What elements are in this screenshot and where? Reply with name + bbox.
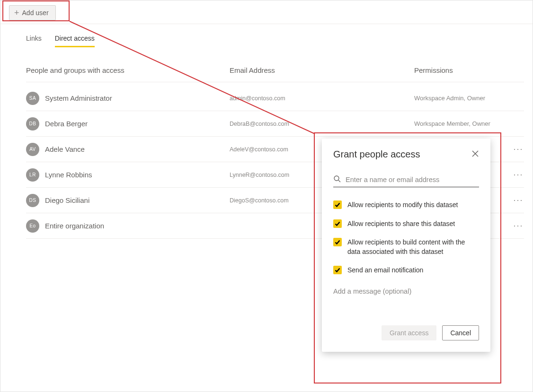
checkbox-checked-icon	[333, 200, 342, 209]
checkbox-label: Allow recipients to share this dataset	[347, 219, 455, 229]
tab-links[interactable]: Links	[26, 35, 42, 47]
recipient-search-field[interactable]	[333, 173, 479, 187]
permission-options: Allow recipients to modify this dataset …	[333, 200, 479, 275]
column-headers: People and groups with access Email Addr…	[26, 66, 524, 82]
avatar: DS	[26, 194, 39, 207]
col-email: Email Address	[230, 66, 414, 74]
col-people: People and groups with access	[26, 66, 230, 74]
message-input[interactable]	[333, 287, 479, 295]
search-icon	[333, 175, 341, 184]
add-user-button[interactable]: + Add user	[9, 5, 56, 20]
avatar: DB	[26, 117, 39, 131]
permission-checkbox-row[interactable]: Allow recipients to share this dataset	[333, 219, 479, 229]
more-actions-icon[interactable]: ···	[513, 170, 524, 180]
email-cell: DebraB@contoso.com	[230, 121, 414, 127]
svg-point-3	[334, 176, 339, 181]
avatar: SA	[26, 92, 39, 105]
table-row: SA System Administrator admin@contoso.co…	[26, 86, 524, 111]
checkbox-checked-icon	[333, 266, 342, 274]
name-cell: Eo Entire organization	[26, 219, 230, 233]
cancel-label: Cancel	[450, 329, 471, 337]
table-row: DB Debra Berger DebraB@contoso.com Works…	[26, 111, 524, 137]
permission-checkbox-row[interactable]: Allow recipients to modify this dataset	[333, 200, 479, 210]
cancel-button[interactable]: Cancel	[442, 325, 479, 340]
display-name: Debra Berger	[45, 120, 88, 128]
checkbox-label: Allow recipients to modify this dataset	[347, 200, 458, 210]
display-name: Diego Siciliani	[45, 196, 89, 204]
more-actions-icon[interactable]: ···	[513, 144, 524, 154]
checkbox-label: Send an email notification	[347, 266, 423, 275]
email-cell: admin@contoso.com	[230, 95, 414, 102]
name-cell: AV Adele Vance	[26, 143, 230, 156]
more-actions-icon[interactable]: ···	[513, 221, 524, 231]
name-cell: DS Diego Siciliani	[26, 194, 230, 207]
checkbox-checked-icon	[333, 238, 342, 246]
popover-title: Grant people access	[333, 149, 420, 160]
name-cell: SA System Administrator	[26, 92, 230, 105]
col-permissions: Permissions	[414, 66, 524, 74]
avatar: LR	[26, 168, 39, 182]
avatar: Eo	[26, 219, 39, 233]
checkbox-label: Allow recipients to build content with t…	[347, 238, 479, 256]
permission-cell: Workspace Admin, Owner	[414, 95, 513, 102]
more-actions-icon[interactable]: ···	[513, 195, 524, 205]
grant-access-button[interactable]: Grant access	[382, 325, 436, 340]
tab-links-label: Links	[26, 35, 42, 42]
name-cell: DB Debra Berger	[26, 117, 230, 131]
recipient-search-input[interactable]	[346, 176, 479, 183]
header-divider	[0, 24, 533, 24]
display-name: Adele Vance	[45, 145, 85, 153]
close-icon[interactable]	[471, 150, 479, 159]
svg-line-4	[338, 180, 340, 182]
grant-access-label: Grant access	[390, 329, 428, 337]
display-name: Entire organization	[45, 222, 104, 230]
plus-icon: +	[14, 9, 19, 17]
avatar: AV	[26, 143, 39, 156]
tabs: Links Direct access	[26, 35, 95, 47]
display-name: System Administrator	[45, 94, 112, 102]
tab-direct-access-label: Direct access	[55, 35, 95, 42]
tab-direct-access[interactable]: Direct access	[55, 35, 95, 47]
display-name: Lynne Robbins	[45, 171, 92, 179]
add-user-label: Add user	[22, 9, 49, 17]
permission-checkbox-row[interactable]: Send an email notification	[333, 266, 479, 275]
checkbox-checked-icon	[333, 219, 342, 228]
name-cell: LR Lynne Robbins	[26, 168, 230, 182]
permission-checkbox-row[interactable]: Allow recipients to build content with t…	[333, 238, 479, 256]
grant-access-popover: Grant people access Allow recipients to …	[322, 139, 490, 352]
permission-cell: Workspace Member, Owner	[414, 120, 513, 127]
